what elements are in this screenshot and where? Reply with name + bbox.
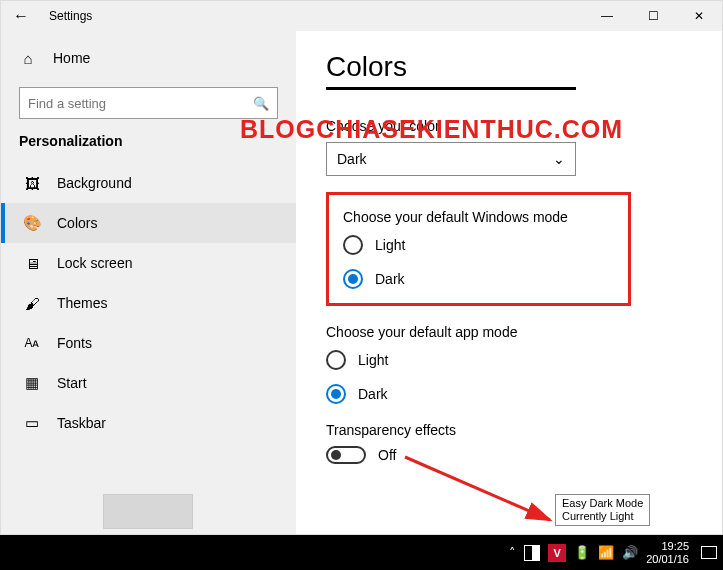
taskbar: ˄ V 🔋 📶 🔊 19:25 20/01/16 <box>0 535 723 570</box>
nav-themes[interactable]: 🖌 Themes <box>1 283 296 323</box>
taskbar-icon: ▭ <box>23 414 41 432</box>
easy-dark-mode-tray-icon[interactable] <box>524 545 540 561</box>
nav-label: Lock screen <box>57 255 132 271</box>
settings-window: ← Settings — ☐ ✕ ⌂ Home 🔍 Personalizatio… <box>0 0 723 535</box>
close-button[interactable]: ✕ <box>676 1 722 31</box>
windows-mode-highlight: Choose your default Windows mode Light D… <box>326 192 631 306</box>
palette-icon: 🎨 <box>23 214 41 232</box>
app-mode-label: Choose your default app mode <box>326 324 692 340</box>
windows-mode-label: Choose your default Windows mode <box>343 209 614 225</box>
clock-date: 20/01/16 <box>646 553 689 565</box>
search-icon: 🔍 <box>253 96 269 111</box>
radio-label: Dark <box>358 386 388 402</box>
nav-label: Colors <box>57 215 97 231</box>
maximize-button[interactable]: ☐ <box>630 1 676 31</box>
nav-colors[interactable]: 🎨 Colors <box>1 203 296 243</box>
vivaldi-tray-icon[interactable]: V <box>548 544 566 562</box>
chevron-down-icon: ⌄ <box>553 151 565 167</box>
window-shadow <box>103 494 193 529</box>
windows-mode-dark[interactable]: Dark <box>343 269 614 289</box>
nav-taskbar[interactable]: ▭ Taskbar <box>1 403 296 443</box>
radio-label: Light <box>358 352 388 368</box>
taskbar-clock[interactable]: 19:25 20/01/16 <box>646 540 689 564</box>
page-title: Colors <box>326 51 692 83</box>
transparency-toggle[interactable] <box>326 446 366 464</box>
clock-time: 19:25 <box>646 540 689 552</box>
system-tray: ˄ V 🔋 📶 🔊 19:25 20/01/16 <box>509 535 723 570</box>
title-underline <box>326 87 576 90</box>
sidebar: ⌂ Home 🔍 Personalization 🖼 Background 🎨 … <box>1 31 296 534</box>
transparency-value: Off <box>378 447 396 463</box>
windows-mode-light[interactable]: Light <box>343 235 614 255</box>
image-icon: 🖼 <box>23 175 41 192</box>
themes-icon: 🖌 <box>23 295 41 312</box>
radio-label: Light <box>375 237 405 253</box>
app-mode-dark[interactable]: Dark <box>326 384 692 404</box>
search-input[interactable] <box>28 96 253 111</box>
nav-label: Taskbar <box>57 415 106 431</box>
nav-label: Start <box>57 375 87 391</box>
volume-icon[interactable]: 🔊 <box>622 545 638 560</box>
transparency-label: Transparency effects <box>326 422 692 438</box>
minimize-button[interactable]: — <box>584 1 630 31</box>
radio-icon <box>343 269 363 289</box>
nav-lockscreen[interactable]: 🖥 Lock screen <box>1 243 296 283</box>
tray-tooltip: Easy Dark Mode Currently Light <box>555 494 650 526</box>
nav-start[interactable]: ▦ Start <box>1 363 296 403</box>
lock-icon: 🖥 <box>23 255 41 272</box>
nav-label: Themes <box>57 295 108 311</box>
app-mode-group: Light Dark <box>326 350 692 404</box>
nav-label: Fonts <box>57 335 92 351</box>
nav-list: 🖼 Background 🎨 Colors 🖥 Lock screen 🖌 Th… <box>1 163 296 443</box>
tooltip-line2: Currently Light <box>562 510 643 523</box>
radio-icon <box>343 235 363 255</box>
back-button[interactable]: ← <box>1 7 41 25</box>
radio-label: Dark <box>375 271 405 287</box>
start-icon: ▦ <box>23 374 41 392</box>
home-icon: ⌂ <box>19 50 37 67</box>
tooltip-line1: Easy Dark Mode <box>562 497 643 510</box>
dropdown-value: Dark <box>337 151 367 167</box>
radio-icon <box>326 350 346 370</box>
action-center-icon[interactable] <box>701 546 717 559</box>
titlebar: ← Settings — ☐ ✕ <box>1 1 722 31</box>
wifi-icon[interactable]: 📶 <box>598 545 614 560</box>
nav-label: Background <box>57 175 132 191</box>
transparency-toggle-row: Off <box>326 446 692 464</box>
battery-icon[interactable]: 🔋 <box>574 545 590 560</box>
windows-mode-group: Light Dark <box>343 235 614 289</box>
home-nav[interactable]: ⌂ Home <box>1 39 296 77</box>
nav-fonts[interactable]: Aᴀ Fonts <box>1 323 296 363</box>
nav-background[interactable]: 🖼 Background <box>1 163 296 203</box>
radio-icon <box>326 384 346 404</box>
watermark-text: BLOGCHIASEKIENTHUC.COM <box>240 115 623 144</box>
content-pane: Colors Choose your color Dark ⌄ Choose y… <box>296 31 722 534</box>
tray-expand-icon[interactable]: ˄ <box>509 545 516 560</box>
fonts-icon: Aᴀ <box>23 336 41 350</box>
window-title: Settings <box>49 9 92 23</box>
app-mode-light[interactable]: Light <box>326 350 692 370</box>
color-dropdown[interactable]: Dark ⌄ <box>326 142 576 176</box>
home-label: Home <box>53 50 90 66</box>
